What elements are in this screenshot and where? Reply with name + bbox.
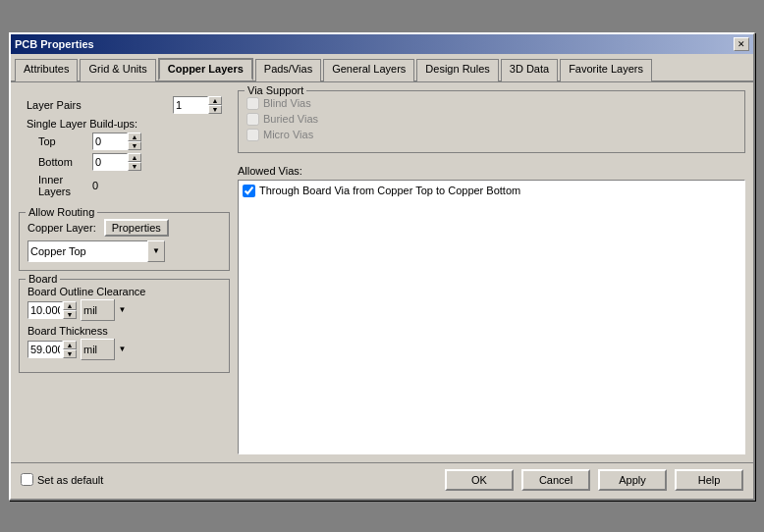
copper-layer-select-wrapper: Copper Top Copper Bottom ▼: [27, 240, 165, 262]
via-support-label: Via Support: [245, 84, 306, 96]
pcb-properties-dialog: PCB Properties ✕ Attributes Grid & Units…: [9, 32, 755, 501]
thickness-spinner: ▲ ▼: [27, 341, 77, 358]
outline-clearance-spin: ▲ ▼: [63, 301, 77, 319]
micro-vias-label: Micro Vias: [263, 129, 313, 140]
buried-vias-row: Buried Vias: [246, 113, 737, 126]
outline-clearance-down[interactable]: ▼: [63, 310, 77, 319]
bottom-spin-buttons: ▲ ▼: [128, 153, 141, 171]
allowed-vias-section: Allowed Vias: Through Board Via from Cop…: [238, 165, 745, 454]
top-up[interactable]: ▲: [128, 133, 141, 141]
micro-vias-row: Micro Vias: [246, 129, 737, 141]
through-board-via-checkbox[interactable]: [243, 185, 255, 197]
top-spinner: ▲ ▼: [92, 133, 141, 150]
dialog-title: PCB Properties: [15, 38, 94, 50]
bottom-up[interactable]: ▲: [128, 153, 141, 162]
apply-button[interactable]: Apply: [598, 469, 667, 491]
layer-pairs-row: Layer Pairs ▲ ▼: [27, 96, 222, 114]
copper-layer-label: Copper Layer:: [27, 222, 96, 234]
inner-layers-label: Inner Layers: [38, 174, 92, 197]
bottom-label: Bottom: [38, 156, 92, 168]
inner-layers-row: Inner Layers 0: [38, 174, 222, 197]
outline-clearance-spinner: ▲ ▼: [27, 301, 77, 319]
layer-pairs-down[interactable]: ▼: [208, 105, 222, 114]
help-button[interactable]: Help: [675, 469, 743, 491]
outline-clearance-row: ▲ ▼ mil mm ▼: [27, 299, 221, 321]
list-item: Through Board Via from Copper Top to Cop…: [243, 185, 740, 197]
bottom-row: Bottom ▲ ▼: [38, 153, 222, 171]
via-support-group: Via Support Blind Vias Buried Vias Micro…: [238, 90, 745, 153]
top-spin-buttons: ▲ ▼: [128, 133, 141, 150]
buried-vias-label: Buried Vias: [263, 113, 318, 125]
board-group-label: Board: [26, 273, 60, 285]
layer-pairs-section: Layer Pairs ▲ ▼ Single Layer Build-ups: …: [19, 90, 230, 206]
single-layer-buildups-label: Single Layer Build-ups:: [27, 118, 222, 130]
title-bar-controls: ✕: [734, 37, 749, 51]
outline-clearance-up[interactable]: ▲: [63, 301, 77, 310]
thickness-input[interactable]: [27, 341, 63, 358]
title-bar: PCB Properties ✕: [11, 34, 753, 54]
copper-layer-select[interactable]: Copper Top Copper Bottom: [27, 240, 165, 262]
tab-design-rules[interactable]: Design Rules: [416, 59, 498, 81]
copper-layer-dropdown-row: Copper Top Copper Bottom ▼: [27, 240, 221, 262]
footer-right: OK Cancel Apply Help: [445, 469, 743, 491]
top-input[interactable]: [92, 133, 128, 150]
set-as-default-row: Set as default: [21, 473, 103, 486]
thickness-unit-wrapper: mil mm ▼: [81, 339, 130, 360]
allowed-vias-label: Allowed Vias:: [238, 165, 745, 177]
outline-clearance-unit-wrapper: mil mm ▼: [81, 299, 130, 321]
dialog-content: Layer Pairs ▲ ▼ Single Layer Build-ups: …: [11, 82, 753, 462]
micro-vias-checkbox[interactable]: [246, 129, 259, 141]
blind-vias-checkbox[interactable]: [246, 97, 259, 110]
layer-pairs-up[interactable]: ▲: [208, 96, 222, 105]
tab-grid-units[interactable]: Grid & Units: [80, 59, 155, 81]
bottom-down[interactable]: ▼: [128, 162, 141, 171]
thickness-down[interactable]: ▼: [63, 349, 77, 358]
top-row: Top ▲ ▼: [38, 133, 222, 150]
cancel-button[interactable]: Cancel: [521, 469, 590, 491]
through-board-via-label: Through Board Via from Copper Top to Cop…: [259, 185, 520, 196]
thickness-label: Board Thickness: [27, 325, 221, 337]
inner-layers-value: 0: [92, 180, 98, 191]
outline-clearance-input[interactable]: [27, 301, 63, 319]
layer-pairs-spinner: ▲ ▼: [173, 96, 222, 114]
tab-general-layers[interactable]: General Layers: [323, 59, 414, 81]
allow-routing-group: Allow Routing Copper Layer: Properties C…: [19, 212, 230, 271]
blind-vias-label: Blind Vias: [263, 97, 311, 109]
properties-button[interactable]: Properties: [104, 219, 169, 237]
footer-left: Set as default: [21, 473, 103, 486]
tab-bar: Attributes Grid & Units Copper Layers Pa…: [11, 54, 753, 82]
ok-button[interactable]: OK: [445, 469, 514, 491]
allow-routing-label: Allow Routing: [26, 206, 97, 218]
thickness-up[interactable]: ▲: [63, 341, 77, 349]
buried-vias-checkbox[interactable]: [246, 113, 259, 126]
bottom-spinner: ▲ ▼: [92, 153, 141, 171]
tab-attributes[interactable]: Attributes: [15, 59, 78, 81]
layer-pairs-label: Layer Pairs: [27, 99, 173, 111]
left-panel: Layer Pairs ▲ ▼ Single Layer Build-ups: …: [19, 90, 230, 454]
copper-layer-row: Copper Layer: Properties: [27, 219, 221, 237]
allowed-vias-list: Through Board Via from Copper Top to Cop…: [238, 180, 745, 454]
blind-vias-row: Blind Vias: [246, 97, 737, 110]
outline-clearance-label: Board Outline Clearance: [27, 286, 221, 297]
thickness-unit-select[interactable]: mil mm: [81, 339, 130, 360]
tab-favorite-layers[interactable]: Favorite Layers: [560, 59, 652, 81]
right-panel: Via Support Blind Vias Buried Vias Micro…: [238, 90, 745, 454]
buildups-indent: Top ▲ ▼ Bottom: [27, 133, 222, 197]
layer-pairs-spin-buttons: ▲ ▼: [208, 96, 222, 114]
tab-3d-data[interactable]: 3D Data: [501, 59, 558, 81]
outline-clearance-unit-select[interactable]: mil mm: [81, 299, 130, 321]
tab-pads-vias[interactable]: Pads/Vias: [255, 59, 321, 81]
close-button[interactable]: ✕: [734, 37, 749, 51]
bottom-input[interactable]: [92, 153, 128, 171]
board-group: Board Board Outline Clearance ▲ ▼ mil mm: [19, 279, 230, 373]
thickness-spin: ▲ ▼: [63, 341, 77, 358]
thickness-row: ▲ ▼ mil mm ▼: [27, 339, 221, 360]
layer-pairs-input[interactable]: [173, 96, 208, 114]
tab-copper-layers[interactable]: Copper Layers: [158, 58, 253, 80]
top-label: Top: [38, 135, 92, 147]
top-down[interactable]: ▼: [128, 141, 141, 150]
set-as-default-checkbox[interactable]: [21, 473, 33, 486]
dialog-footer: Set as default OK Cancel Apply Help: [11, 462, 753, 499]
set-as-default-label: Set as default: [37, 474, 103, 486]
